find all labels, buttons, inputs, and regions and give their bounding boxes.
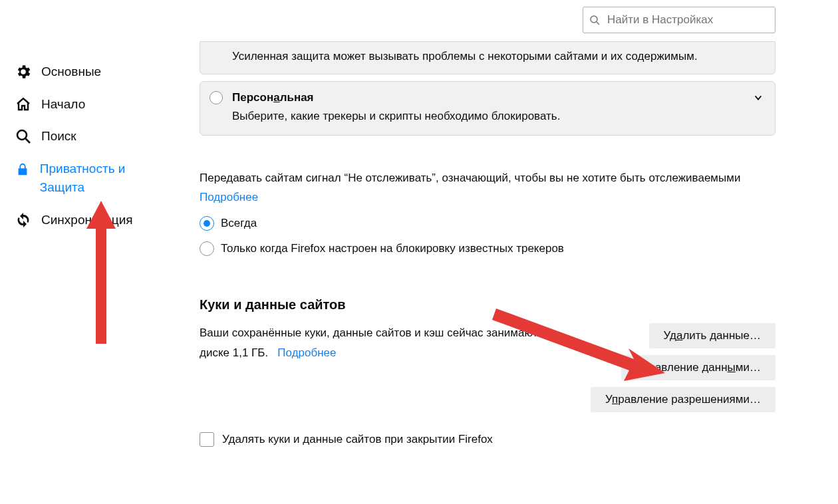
cookies-size: 1,1 ГБ bbox=[233, 346, 265, 359]
dnt-always-radio[interactable]: Всегда bbox=[200, 216, 775, 231]
svg-line-3 bbox=[26, 139, 31, 144]
search-icon bbox=[589, 15, 600, 25]
svg-point-0 bbox=[591, 16, 597, 23]
custom-protection-desc: Выберите, какие трекеры и скрипты необхо… bbox=[232, 110, 763, 123]
sidebar-item-privacy[interactable]: Приватность и Защита bbox=[12, 153, 165, 204]
checkbox-icon bbox=[200, 432, 214, 447]
sidebar-item-label: Синхронизация bbox=[41, 211, 133, 230]
sidebar-item-home[interactable]: Начало bbox=[12, 88, 165, 121]
radio-icon[interactable] bbox=[210, 91, 223, 104]
sync-icon bbox=[15, 211, 32, 229]
home-icon bbox=[15, 96, 32, 113]
custom-protection-title: Персональная bbox=[232, 91, 763, 104]
strict-protection-note: Усиленная защита может вызывать проблемы… bbox=[232, 50, 698, 63]
chevron-down-icon bbox=[754, 92, 763, 102]
gear-icon bbox=[15, 63, 32, 80]
custom-protection-option[interactable]: Персональная Выберите, какие трекеры и с… bbox=[200, 81, 775, 136]
dnt-description: Передавать сайтам сигнал “Не отслеживать… bbox=[200, 169, 775, 188]
sidebar-item-label: Начало bbox=[41, 95, 85, 114]
manage-data-button[interactable]: Управление данными… bbox=[621, 355, 775, 380]
cookies-description: Ваши сохранённые куки, данные сайтов и к… bbox=[200, 323, 572, 364]
lock-icon bbox=[15, 161, 31, 178]
svg-point-2 bbox=[17, 130, 27, 140]
manage-permissions-button[interactable]: Управление разрешениями… bbox=[591, 387, 775, 412]
dnt-radio-group: Всегда Только когда Firefox настроен на … bbox=[200, 216, 775, 256]
search-icon bbox=[15, 128, 32, 145]
cookies-button-column: Удалить данные… Управление данными… Упра… bbox=[591, 323, 775, 412]
sidebar-item-sync[interactable]: Синхронизация bbox=[12, 204, 165, 237]
search-input[interactable] bbox=[583, 7, 775, 33]
radio-icon bbox=[200, 241, 214, 256]
svg-line-1 bbox=[597, 22, 599, 25]
dnt-when-blocking-radio[interactable]: Только когда Firefox настроен на блокиро… bbox=[200, 241, 775, 256]
cookies-section-title: Куки и данные сайтов bbox=[200, 297, 775, 313]
delete-cookies-on-close-checkbox[interactable]: Удалять куки и данные сайтов при закрыти… bbox=[200, 432, 775, 447]
dnt-learn-more-link[interactable]: Подробнее bbox=[200, 191, 258, 203]
sidebar-item-general[interactable]: Основные bbox=[12, 56, 165, 88]
sidebar-item-label: Поиск bbox=[41, 127, 76, 146]
sidebar: Основные Начало Поиск Приватность и Защи… bbox=[12, 56, 165, 236]
clear-data-button[interactable]: Удалить данные… bbox=[649, 323, 775, 348]
strict-protection-note-box: Усиленная защита может вызывать проблемы… bbox=[200, 41, 775, 74]
cookies-learn-more-link[interactable]: Подробнее bbox=[277, 346, 336, 359]
checkbox-label: Удалять куки и данные сайтов при закрыти… bbox=[222, 433, 493, 446]
sidebar-item-label: Основные bbox=[41, 63, 101, 82]
main-content: Усиленная защита может вызывать проблемы… bbox=[200, 48, 775, 447]
radio-icon bbox=[200, 216, 214, 231]
sidebar-item-search[interactable]: Поиск bbox=[12, 120, 165, 153]
cookies-section-row: Ваши сохранённые куки, данные сайтов и к… bbox=[200, 323, 775, 412]
search-wrap bbox=[583, 7, 775, 33]
sidebar-item-label: Приватность и Защита bbox=[40, 160, 162, 197]
radio-label: Только когда Firefox настроен на блокиро… bbox=[221, 242, 564, 255]
radio-label: Всегда bbox=[221, 217, 257, 230]
